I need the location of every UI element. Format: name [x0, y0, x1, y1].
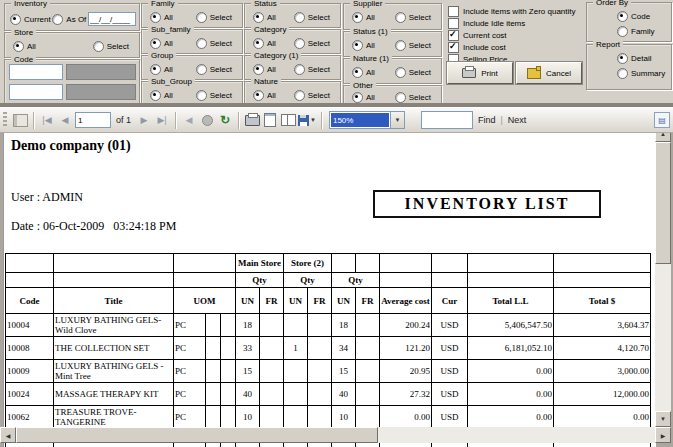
- radio-select[interactable]: Select: [294, 90, 330, 101]
- scroll-down-button[interactable]: ▼: [655, 411, 671, 427]
- radio-select[interactable]: Select: [395, 67, 431, 78]
- radio-select[interactable]: Select: [294, 38, 330, 49]
- code-to-input[interactable]: [9, 84, 63, 100]
- last-page-button[interactable]: ▶|: [154, 111, 170, 129]
- radio-order-family[interactable]: Family: [617, 26, 671, 37]
- radio-select[interactable]: Select: [395, 12, 431, 23]
- page-number-input[interactable]: [75, 112, 111, 128]
- checkbox-zero-quantity[interactable]: Include items with Zero quantity: [448, 5, 583, 17]
- radio-all[interactable]: All: [352, 40, 375, 51]
- radio-select[interactable]: Select: [395, 40, 431, 51]
- radio-select[interactable]: Select: [395, 92, 431, 103]
- as-of-date-input[interactable]: [88, 12, 136, 26]
- radio-button[interactable]: [352, 12, 363, 23]
- radio-all[interactable]: All: [352, 67, 375, 78]
- radio-button[interactable]: [150, 90, 161, 101]
- radio-button[interactable]: [395, 40, 406, 51]
- radio-button[interactable]: [253, 64, 264, 75]
- find-link[interactable]: Find: [478, 115, 496, 125]
- print-toolbar-button[interactable]: [244, 111, 260, 129]
- zoom-dropdown-button[interactable]: ▼: [390, 112, 404, 128]
- radio-button[interactable]: [150, 38, 161, 49]
- radio-button[interactable]: [617, 26, 628, 37]
- radio-all[interactable]: All: [253, 64, 276, 75]
- find-input[interactable]: [421, 111, 473, 129]
- stop-button[interactable]: [199, 111, 215, 129]
- radio-button[interactable]: [196, 90, 207, 101]
- radio-button[interactable]: [253, 90, 264, 101]
- radio-all[interactable]: All: [253, 90, 276, 101]
- radio-button[interactable]: [253, 38, 264, 49]
- radio-all[interactable]: All: [150, 90, 173, 101]
- radio-select[interactable]: Select: [196, 90, 232, 101]
- radio-button[interactable]: [196, 64, 207, 75]
- radio-button[interactable]: [617, 53, 628, 64]
- radio-select[interactable]: Select: [196, 12, 232, 23]
- document-map-toggle-button[interactable]: [12, 111, 28, 129]
- scroll-right-button[interactable]: ▶: [655, 427, 671, 443]
- page-setup-button[interactable]: [280, 111, 296, 129]
- checkbox[interactable]: [448, 6, 459, 17]
- radio-select[interactable]: Select: [196, 64, 232, 75]
- radio-current[interactable]: Current: [10, 14, 51, 25]
- horizontal-scrollbar[interactable]: ◀ ▶: [0, 427, 671, 443]
- radio-all[interactable]: All: [253, 12, 276, 23]
- next-page-button[interactable]: ▶: [136, 111, 152, 129]
- toolbar-grip[interactable]: [3, 112, 7, 128]
- radio-button[interactable]: [294, 90, 305, 101]
- toolbar-extra-button[interactable]: ▤: [654, 112, 670, 128]
- radio-button[interactable]: [617, 68, 628, 79]
- print-button[interactable]: Print: [447, 62, 513, 84]
- checkbox-include-cost[interactable]: Include cost: [448, 41, 583, 53]
- radio-button[interactable]: [150, 12, 161, 23]
- radio-button[interactable]: [617, 11, 628, 22]
- scroll-left-button[interactable]: ◀: [0, 427, 16, 443]
- print-layout-button[interactable]: [262, 111, 278, 129]
- radio-select[interactable]: Select: [196, 38, 232, 49]
- horizontal-scroll-thumb[interactable]: [16, 427, 378, 443]
- next-link[interactable]: Next: [508, 115, 527, 125]
- radio-all[interactable]: All: [150, 12, 173, 23]
- radio-button[interactable]: [352, 92, 363, 103]
- radio-button[interactable]: [13, 41, 24, 52]
- radio-button[interactable]: [294, 12, 305, 23]
- checkbox-idle-items[interactable]: Include Idle items: [448, 17, 583, 29]
- back-button[interactable]: ◀: [181, 111, 197, 129]
- radio-button[interactable]: [253, 12, 264, 23]
- radio-all[interactable]: All: [13, 41, 36, 52]
- radio-button[interactable]: [196, 38, 207, 49]
- radio-order-code[interactable]: Code: [617, 11, 671, 22]
- vertical-scrollbar[interactable]: ▲ ▼: [655, 133, 671, 427]
- checkbox[interactable]: [448, 18, 459, 29]
- first-page-button[interactable]: |◀: [39, 111, 55, 129]
- radio-button[interactable]: [395, 92, 406, 103]
- radio-button[interactable]: [395, 12, 406, 23]
- radio-all[interactable]: All: [352, 12, 375, 23]
- code-from-input[interactable]: [9, 64, 63, 80]
- vertical-scroll-thumb[interactable]: [655, 142, 671, 264]
- radio-as-of[interactable]: As Of: [52, 14, 86, 25]
- radio-button[interactable]: [294, 64, 305, 75]
- cancel-button[interactable]: Cancel: [516, 62, 582, 84]
- radio-button[interactable]: [10, 14, 21, 25]
- zoom-select[interactable]: 150% ▼: [329, 111, 405, 129]
- radio-button[interactable]: [395, 67, 406, 78]
- radio-summary[interactable]: Summary: [617, 68, 671, 79]
- radio-button[interactable]: [196, 12, 207, 23]
- radio-select[interactable]: Select: [294, 64, 330, 75]
- checkbox[interactable]: [448, 42, 459, 53]
- checkbox-current-cost[interactable]: Current cost: [448, 29, 583, 41]
- refresh-button[interactable]: ↻: [217, 111, 233, 129]
- export-button[interactable]: ▼: [298, 111, 316, 129]
- radio-all[interactable]: All: [150, 38, 173, 49]
- radio-all[interactable]: All: [352, 92, 375, 103]
- dropdown-arrow-icon[interactable]: ▼: [310, 117, 316, 123]
- radio-button[interactable]: [352, 40, 363, 51]
- scroll-up-button[interactable]: ▲: [655, 133, 671, 142]
- radio-select[interactable]: Select: [294, 12, 330, 23]
- radio-button[interactable]: [93, 41, 104, 52]
- radio-all[interactable]: All: [150, 64, 173, 75]
- radio-button[interactable]: [294, 38, 305, 49]
- radio-button[interactable]: [150, 64, 161, 75]
- checkbox[interactable]: [448, 30, 459, 41]
